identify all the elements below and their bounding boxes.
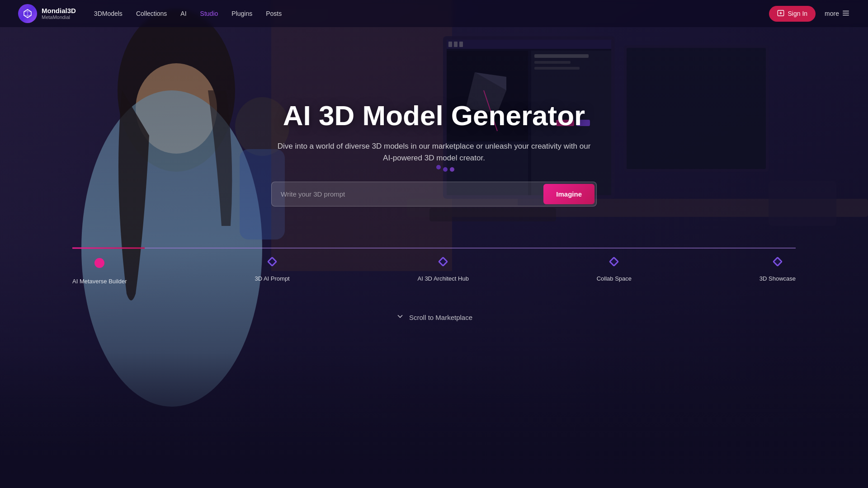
hero-content: AI 3D Model Generator Dive into a world … — [0, 27, 868, 243]
imagine-button[interactable]: Imagine — [543, 184, 594, 204]
node-label-2: 3D AI Prompt — [255, 275, 289, 282]
node-label-3: AI 3D Architect Hub — [417, 275, 468, 282]
timeline-node-5[interactable]: 3D Showcase — [760, 258, 796, 285]
node-label-5: 3D Showcase — [760, 275, 796, 282]
timeline-node-4[interactable]: Collab Space — [597, 258, 632, 285]
nav-item-collections[interactable]: Collections — [136, 9, 167, 18]
prompt-input[interactable] — [272, 184, 542, 204]
nav-item-3dmodels[interactable]: 3DModels — [94, 9, 123, 18]
bottom-fade — [0, 352, 868, 488]
logo[interactable]: Mondial3D MetaMondial — [18, 4, 76, 23]
timeline-node-2[interactable]: 3D AI Prompt — [255, 258, 289, 285]
nav-item-studio[interactable]: Studio — [200, 9, 218, 18]
node-dot-4 — [609, 257, 619, 267]
chevron-down-icon — [396, 312, 405, 323]
node-dot-3 — [438, 257, 448, 267]
nav-links: 3DModels Collections AI Studio Plugins P… — [94, 9, 282, 18]
sign-in-label: Sign In — [788, 10, 808, 17]
node-dot-1 — [94, 258, 104, 268]
node-label-1: AI Metaverse Builder — [72, 278, 127, 285]
prompt-bar: Imagine — [271, 182, 597, 206]
sign-in-button[interactable]: Sign In — [769, 6, 816, 22]
timeline-nodes: AI Metaverse Builder 3D AI Prompt AI 3D … — [72, 258, 796, 285]
more-button[interactable]: more — [825, 9, 850, 19]
scroll-cta-label: Scroll to Marketplace — [409, 314, 472, 321]
node-dot-5 — [773, 257, 783, 267]
logo-sub: MetaMondial — [42, 14, 76, 20]
node-label-4: Collab Space — [597, 275, 632, 282]
page-wrapper: Mondial3D MetaMondial 3DModels Collectio… — [0, 0, 868, 488]
scroll-cta[interactable]: Scroll to Marketplace — [0, 312, 868, 323]
hero-subtitle: Dive into a world of diverse 3D models i… — [276, 141, 592, 164]
logo-text: Mondial3D MetaMondial — [42, 7, 76, 20]
hamburger-icon — [842, 9, 850, 19]
sign-in-icon — [777, 9, 784, 18]
timeline-line-active — [72, 248, 145, 249]
timeline-node-1[interactable]: AI Metaverse Builder — [72, 258, 127, 285]
nav-right: Sign In more — [769, 6, 850, 22]
nav-item-posts[interactable]: Posts — [266, 9, 282, 18]
logo-icon — [18, 4, 37, 23]
node-dot-2 — [267, 257, 278, 267]
timeline-section: AI Metaverse Builder 3D AI Prompt AI 3D … — [0, 247, 868, 285]
timeline-track — [72, 247, 796, 249]
timeline-line-inactive — [145, 248, 796, 249]
logo-name: Mondial3D — [42, 7, 76, 15]
nav-item-ai[interactable]: AI — [180, 9, 186, 18]
nav-item-plugins[interactable]: Plugins — [231, 9, 252, 18]
navbar: Mondial3D MetaMondial 3DModels Collectio… — [0, 0, 868, 27]
timeline-node-3[interactable]: AI 3D Architect Hub — [417, 258, 468, 285]
more-label: more — [825, 10, 839, 17]
hero-title: AI 3D Model Generator — [283, 99, 585, 131]
